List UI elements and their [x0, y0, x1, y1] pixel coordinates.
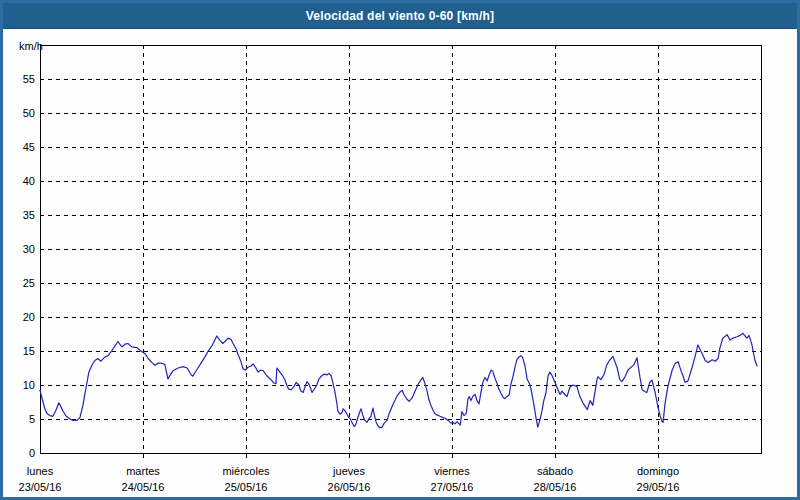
x-day-name-label: domingo	[637, 465, 679, 477]
y-tick-label: 50	[23, 107, 35, 119]
x-day-name-label: martes	[126, 465, 160, 477]
x-date-label: 27/05/16	[431, 481, 474, 493]
y-tick-label: 15	[23, 345, 35, 357]
y-tick-label: 55	[23, 73, 35, 85]
y-tick-label: 35	[23, 209, 35, 221]
x-date-label: 23/05/16	[19, 481, 62, 493]
chart-area: km/h 0510152025303540455055lunes23/05/16…	[3, 30, 797, 497]
x-day-name-label: miércoles	[222, 465, 270, 477]
y-tick-label: 25	[23, 277, 35, 289]
y-axis-unit-label: km/h	[19, 40, 43, 52]
window-title: Velocidad del viento 0-60 [km/h]	[306, 9, 494, 23]
x-date-label: 26/05/16	[328, 481, 371, 493]
y-tick-label: 30	[23, 243, 35, 255]
x-date-label: 28/05/16	[534, 481, 577, 493]
window-titlebar: Velocidad del viento 0-60 [km/h]	[3, 3, 797, 29]
x-day-name-label: viernes	[434, 465, 470, 477]
x-date-label: 24/05/16	[122, 481, 165, 493]
x-day-name-label: lunes	[27, 465, 54, 477]
wind-speed-series-line	[40, 333, 757, 428]
x-date-label: 25/05/16	[225, 481, 268, 493]
y-tick-label: 10	[23, 379, 35, 391]
y-tick-label: 0	[29, 447, 35, 459]
wind-chart-window: Velocidad del viento 0-60 [km/h] km/h 05…	[0, 0, 800, 500]
y-tick-label: 40	[23, 175, 35, 187]
y-tick-label: 45	[23, 141, 35, 153]
x-date-label: 29/05/16	[637, 481, 680, 493]
y-tick-label: 5	[29, 413, 35, 425]
wind-speed-line-chart: 0510152025303540455055lunes23/05/16marte…	[3, 30, 797, 497]
x-day-name-label: jueves	[332, 465, 365, 477]
y-tick-label: 20	[23, 311, 35, 323]
x-day-name-label: sábado	[537, 465, 573, 477]
